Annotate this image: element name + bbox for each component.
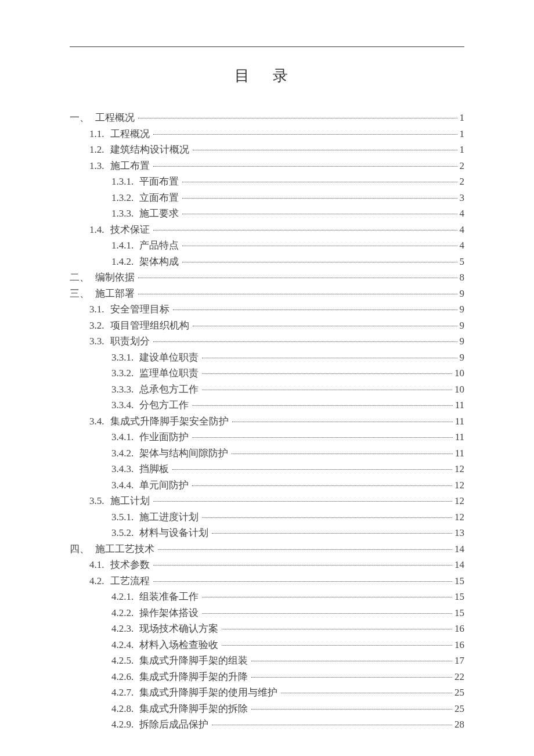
toc-leader-dots [251,709,452,710]
toc-leader-dots [182,198,457,199]
toc-row: 四、施工工艺技术14 [70,542,464,557]
toc-label: 现场技术确认方案 [139,621,221,636]
toc-row: 3.4.2.架体与结构间隙防护11 [70,446,464,461]
toc-label: 立面布置 [139,190,181,206]
toc-label: 集成式升降脚手架的升降 [139,669,250,685]
toc-row: 3.5.施工计划12 [70,494,464,509]
toc-row: 3.4.4.单元间防护12 [70,478,464,493]
toc-leader-dots [251,677,452,678]
toc-leader-dots [222,629,452,629]
toc-page-number: 4 [459,222,465,237]
toc-label: 建筑结构设计概况 [110,142,192,157]
toc-leader-dots [212,725,452,725]
toc-row: 二、编制依据8 [70,270,464,285]
toc-page-number: 12 [453,494,464,509]
toc-leader-dots [251,661,452,661]
toc-label: 集成式升降脚手架的组装 [139,653,250,668]
toc-row: 3.3.1.建设单位职责9 [70,350,464,365]
toc-number: 1.4.2. [111,254,139,269]
toc-page-number: 14 [453,557,464,573]
toc-label: 平面布置 [139,174,181,189]
toc-leader-dots [193,150,457,150]
toc-page-number: 10 [453,366,464,381]
toc-page-number: 12 [453,510,464,525]
toc-row: 4.2.8.集成式升降脚手架的拆除25 [70,701,464,717]
toc-page-number: 8 [459,270,465,285]
toc-leader-dots [192,437,452,438]
toc-row: 4.2.5.集成式升降脚手架的组装17 [70,653,464,668]
toc-page-number: 12 [453,462,464,477]
toc-leader-dots [138,118,457,118]
toc-number: 1.3.2. [111,190,139,206]
toc-number: 四、 [70,542,95,557]
toc-row: 1.4.2.架体构成5 [70,254,464,269]
toc-page-number: 16 [453,638,464,653]
toc-leader-dots [153,565,453,566]
toc-number: 3.3.2. [111,366,139,381]
toc-label: 集成式升降脚手架安全防护 [110,414,231,429]
toc-row: 1.3.2.立面布置3 [70,190,464,206]
toc-row: 3.3.3.总承包方工作10 [70,382,464,397]
toc-number: 4.2.3. [111,621,139,636]
toc-row: 1.2.建筑结构设计概况1 [70,142,464,157]
toc-number: 1.1. [89,127,110,142]
toc-leader-dots [222,645,452,646]
toc-row: 3.1.安全管理目标9 [70,302,464,317]
toc-row: 1.3.1.平面布置2 [70,174,464,189]
toc-label: 施工部署 [95,286,137,301]
toc-page-number: 15 [453,589,464,604]
toc-row: 4.2.9.拆除后成品保护28 [70,717,464,732]
toc-number: 3.5. [89,494,110,509]
toc-label: 施工要求 [139,206,181,221]
toc-row: 一、工程概况1 [70,110,464,125]
toc-page-number: 10 [453,382,464,397]
toc-row: 1.3.3.施工要求4 [70,206,464,221]
toc-leader-dots [138,278,457,278]
toc-row: 1.4.技术保证4 [70,222,464,237]
toc-label: 技术保证 [110,222,152,237]
toc-page-number: 9 [459,318,465,333]
toc-number: 4.2.5. [111,653,139,668]
toc-page-number: 25 [453,685,464,700]
toc-number: 二、 [70,270,95,285]
toc-label: 挡脚板 [139,462,171,477]
toc-label: 作业面防护 [139,430,191,445]
toc-number: 1.3.3. [111,206,139,221]
toc-leader-dots [182,182,457,182]
toc-leader-dots [202,613,452,614]
toc-row: 4.2.工艺流程15 [70,574,464,589]
toc-leader-dots [212,533,452,534]
toc-label: 监理单位职责 [139,366,201,381]
toc-page-number: 17 [453,653,464,668]
toc-page-number: 9 [459,350,465,365]
toc-page-number: 9 [459,302,465,317]
toc-leader-dots [173,309,457,310]
toc-page-number: 11 [454,446,464,461]
toc-number: 3.4. [89,414,110,429]
toc-row: 4.2.2.操作架体搭设15 [70,606,464,621]
toc-number: 一、 [70,110,95,125]
toc-label: 施工计划 [110,494,152,509]
toc-page-number: 1 [459,127,465,142]
toc-leader-dots [153,134,457,135]
toc-leader-dots [193,326,457,326]
toc-page-number: 2 [459,159,465,174]
toc-row: 3.3.4.分包方工作11 [70,398,464,413]
toc-number: 3.3.4. [111,398,139,413]
toc-page-number: 1 [459,110,465,125]
toc-page-number: 2 [459,174,465,189]
toc-number: 1.4.1. [111,238,139,253]
toc-leader-dots [202,373,452,374]
toc-label: 组装准备工作 [139,589,201,604]
toc-leader-dots [192,485,452,486]
toc-row: 3.5.1.施工进度计划12 [70,510,464,525]
toc-leader-dots [153,581,453,582]
toc-number: 4.2. [89,574,110,589]
toc-page-number: 15 [453,606,464,621]
toc-label: 编制依据 [95,270,137,285]
toc-number: 3.5.1. [111,510,139,525]
toc-number: 4.2.9. [111,717,139,732]
toc-label: 操作架体搭设 [139,606,201,621]
toc-label: 集成式升降脚手架的使用与维护 [139,685,280,700]
toc-number: 3.4.2. [111,446,139,461]
